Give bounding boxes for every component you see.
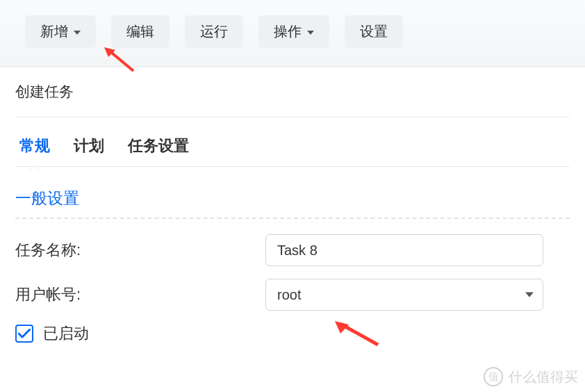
row-enabled: 已启动 xyxy=(15,323,570,344)
enabled-label: 已启动 xyxy=(43,323,89,344)
divider xyxy=(15,117,570,117)
action-button-label: 操作 xyxy=(274,22,302,41)
tab-task-settings[interactable]: 任务设置 xyxy=(126,134,190,166)
toolbar: 新增 编辑 运行 操作 设置 xyxy=(0,0,585,67)
settings-button[interactable]: 设置 xyxy=(345,15,403,48)
content-area: 创建任务 常规 计划 任务设置 一般设置 任务名称: 用户帐号: root 已启… xyxy=(0,67,585,344)
run-button-label: 运行 xyxy=(200,22,228,41)
settings-button-label: 设置 xyxy=(360,22,388,41)
dashed-divider xyxy=(15,218,570,219)
tabs: 常规 计划 任务设置 xyxy=(15,134,570,167)
watermark-icon: 值 xyxy=(484,367,503,386)
task-name-label: 任务名称: xyxy=(15,240,265,261)
watermark: 值 什么值得买 xyxy=(484,367,578,386)
tab-schedule[interactable]: 计划 xyxy=(72,134,106,166)
user-account-value: root xyxy=(265,279,543,311)
user-account-label: 用户帐号: xyxy=(15,284,265,305)
caret-down-icon xyxy=(74,31,81,35)
task-name-input[interactable] xyxy=(265,234,543,266)
action-button[interactable]: 操作 xyxy=(258,15,329,48)
edit-button[interactable]: 编辑 xyxy=(111,15,170,48)
page-title: 创建任务 xyxy=(15,82,570,101)
watermark-text: 什么值得买 xyxy=(509,368,578,386)
enabled-checkbox[interactable] xyxy=(15,325,33,343)
caret-down-icon xyxy=(525,293,534,297)
section-title-general: 一般设置 xyxy=(15,188,570,209)
row-user-account: 用户帐号: root xyxy=(15,279,570,311)
edit-button-label: 编辑 xyxy=(126,22,154,41)
checkmark-icon xyxy=(18,329,31,338)
tab-general[interactable]: 常规 xyxy=(18,134,51,166)
caret-down-icon xyxy=(307,31,314,35)
row-task-name: 任务名称: xyxy=(15,234,570,266)
user-account-select[interactable]: root xyxy=(265,279,543,311)
add-button-label: 新增 xyxy=(40,22,68,41)
run-button[interactable]: 运行 xyxy=(185,15,243,48)
add-button[interactable]: 新增 xyxy=(25,15,96,48)
